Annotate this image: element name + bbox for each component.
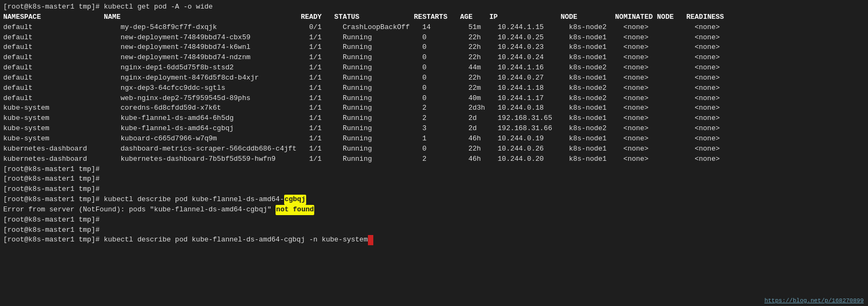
bottom-link[interactable]: https://blog.net/p/168270899: [764, 297, 864, 304]
header-name: NAME: [96, 12, 301, 23]
table-row: kube-system kube-flannel-ds-amd64-6h5dg …: [3, 113, 865, 124]
highlight-not-found: not found: [276, 205, 314, 215]
terminal-window: [root@k8s-master1 tmp]# kubectl get pod …: [0, 0, 868, 306]
table-row: default my-dep-54c8f9cf7f-dxqjk 0/1 Cras…: [3, 23, 865, 33]
prompt-text: [root@k8s-master1 tmp]# kubectl get pod …: [3, 2, 213, 12]
header-restarts: RESTARTS: [414, 12, 460, 23]
header-ready: READY: [301, 12, 334, 23]
cmd-describe2-line: [root@k8s-master1 tmp]# kubectl describe…: [3, 235, 865, 245]
cmd-describe-line: [root@k8s-master1 tmp]# kubectl describe…: [3, 195, 865, 205]
blank-prompt-1: [root@k8s-master1 tmp]#: [3, 165, 865, 175]
header-ip: IP: [489, 12, 561, 23]
header-node: NODE: [561, 12, 615, 23]
table-row: kube-system coredns-6d8cfdd59d-x7k6t 1/1…: [3, 103, 865, 113]
table-row: kubernetes-dashboard dashboard-metrics-s…: [3, 144, 865, 154]
header-readiness: READINESS: [686, 12, 724, 23]
table-row: default nginx-dep1-6dd5d75f8b-stsd2 1/1 …: [3, 63, 865, 73]
header-status: STATUS: [334, 12, 414, 23]
table-row: default ngx-dep3-64cfcc9ddc-sgtls 1/1 Ru…: [3, 83, 865, 94]
header-nominated: NOMINATED NODE: [615, 12, 686, 23]
header-age: AGE: [460, 12, 489, 23]
table-row: default new-deployment-74849bbd74-ndznm …: [3, 53, 865, 63]
table-row: kube-system kube-flannel-ds-amd64-cgbqj …: [3, 124, 865, 134]
blank-prompt-3: [root@k8s-master1 tmp]#: [3, 184, 865, 195]
blank-prompt-5: [root@k8s-master1 tmp]#: [3, 225, 865, 236]
table-header-row: NAMESPACE NAME READY STATUS RESTARTS AGE…: [3, 12, 865, 23]
cmd-get-pods-line: [root@k8s-master1 tmp]# kubectl get pod …: [3, 2, 865, 12]
header-namespace: NAMESPACE: [3, 12, 96, 23]
table-row: default web-nginx-dep2-75f959545d-89phs …: [3, 94, 865, 104]
table-row: kubernetes-dashboard kubernetes-dashboar…: [3, 154, 865, 165]
terminal-cursor: [368, 235, 373, 245]
blank-prompt-4: [root@k8s-master1 tmp]#: [3, 215, 865, 225]
blank-prompt-2: [root@k8s-master1 tmp]#: [3, 174, 865, 184]
table-row: default new-deployment-74849bbd74-cbx59 …: [3, 33, 865, 43]
table-row: default new-deployment-74849bbd74-k6wnl …: [3, 42, 865, 53]
table-row: kube-system kuboard-c665d7966-w7q9m 1/1 …: [3, 134, 865, 144]
table-row: default nginx-deployment-8476d5f8cd-b4xj…: [3, 73, 865, 83]
error-not-found-line: Error from server (NotFound): pods "kube…: [3, 205, 865, 215]
highlight-cgbqj: cgbqj: [284, 195, 306, 205]
